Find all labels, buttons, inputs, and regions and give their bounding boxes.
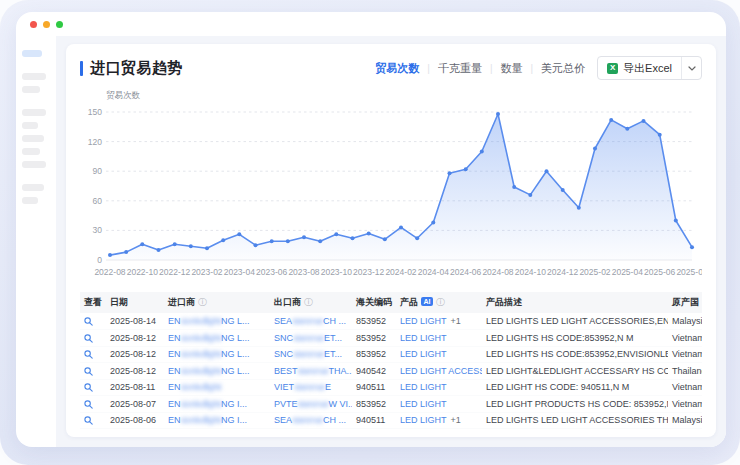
product-tag[interactable]: LED LIGHT xyxy=(400,415,447,425)
trend-line-chart[interactable]: 03060901201502022-082022-102022-122023-0… xyxy=(80,102,702,286)
redacted-text: sionledlighti xyxy=(181,349,222,359)
tab-metric-2[interactable]: 数量 xyxy=(500,61,522,76)
origin-country-cell: Vietnam xyxy=(668,330,702,347)
search-icon xyxy=(84,382,93,392)
origin-country-cell: Malaysia xyxy=(668,412,702,429)
svg-text:2025-06: 2025-06 xyxy=(644,267,675,277)
tab-divider: | xyxy=(427,63,430,74)
sidebar-item-placeholder[interactable] xyxy=(22,86,40,93)
view-detail-button[interactable] xyxy=(80,396,106,413)
origin-country-cell: Vietnam xyxy=(668,396,702,413)
date-cell: 2025-08-12 xyxy=(106,330,164,347)
card-header: 进口贸易趋势 贸易次数|千克重量|数量|美元总价 X 导出Excel xyxy=(80,54,702,82)
svg-text:2024-10: 2024-10 xyxy=(515,267,546,277)
exporter-link[interactable]: SNCstarsmarET... xyxy=(270,346,352,363)
product-cell: LED LIGHT xyxy=(396,346,482,363)
date-cell: 2025-08-06 xyxy=(106,412,164,429)
table-row: 2025-08-12ENsionledlightiNG L...BESTstar… xyxy=(80,363,702,380)
redacted-text: starsmar xyxy=(292,415,323,425)
view-detail-button[interactable] xyxy=(80,363,106,380)
view-detail-button[interactable] xyxy=(80,313,106,330)
svg-text:2023-12: 2023-12 xyxy=(353,267,384,277)
svg-text:2023-08: 2023-08 xyxy=(288,267,319,277)
svg-text:2023-02: 2023-02 xyxy=(191,267,222,277)
table-body: 2025-08-14ENsionledlightiNG L...SEAstars… xyxy=(80,313,702,429)
sidebar-item-active[interactable] xyxy=(22,50,42,57)
sidebar-item-placeholder[interactable] xyxy=(22,135,44,142)
tab-metric-0[interactable]: 贸易次数 xyxy=(375,61,419,76)
product-cell: LED LIGHT ACCESSORY xyxy=(396,363,482,380)
exporter-link[interactable]: SEAstarsmarCH ... xyxy=(270,313,352,330)
export-excel-button[interactable]: X 导出Excel xyxy=(598,57,681,79)
svg-text:120: 120 xyxy=(88,137,102,147)
info-icon: ⓘ xyxy=(436,297,445,307)
tab-divider: | xyxy=(530,63,533,74)
importer-link[interactable]: ENsionledlightiNG L... xyxy=(164,313,270,330)
more-products-badge[interactable]: +1 xyxy=(451,415,461,425)
zoom-button[interactable] xyxy=(56,21,63,28)
sidebar-item-placeholder[interactable] xyxy=(22,73,46,80)
search-icon xyxy=(84,415,93,425)
redacted-text: starsmar xyxy=(298,366,329,376)
redacted-text: starsmar xyxy=(292,316,323,326)
view-detail-button[interactable] xyxy=(80,412,106,429)
product-tag[interactable]: LED LIGHT xyxy=(400,316,447,326)
product-tag[interactable]: LED LIGHT xyxy=(400,382,447,392)
sidebar-item-placeholder[interactable] xyxy=(22,109,46,116)
chart-y-axis-title: 贸易次数 xyxy=(106,90,702,102)
more-products-badge[interactable]: +1 xyxy=(451,316,461,326)
svg-text:2022-12: 2022-12 xyxy=(159,267,190,277)
importer-link[interactable]: ENsionledlightiNG L... xyxy=(164,346,270,363)
hs-code-cell: 940511 xyxy=(352,412,396,429)
sidebar-item-placeholder[interactable] xyxy=(22,122,38,129)
sidebar-item-placeholder[interactable] xyxy=(22,148,40,155)
product-tag[interactable]: LED LIGHT ACCESSORY xyxy=(400,366,482,376)
importer-link[interactable]: ENsionledlightiNG L... xyxy=(164,363,270,380)
svg-text:2023-06: 2023-06 xyxy=(256,267,287,277)
tab-metric-3[interactable]: 美元总价 xyxy=(541,61,585,76)
exporter-link[interactable]: SEAstarsmarCH ... xyxy=(270,412,352,429)
product-tag[interactable]: LED LIGHT xyxy=(400,333,447,343)
origin-country-cell: Vietnam xyxy=(668,346,702,363)
product-tag[interactable]: LED LIGHT xyxy=(400,349,447,359)
info-icon: ⓘ xyxy=(198,297,207,307)
svg-text:2025-08: 2025-08 xyxy=(676,267,702,277)
hs-code-cell: 940511 xyxy=(352,379,396,396)
origin-country-cell: Vietnam xyxy=(668,379,702,396)
main-panel: 进口贸易趋势 贸易次数|千克重量|数量|美元总价 X 导出Excel xyxy=(56,36,726,447)
redacted-text: sionledlighti xyxy=(181,333,222,343)
view-detail-button[interactable] xyxy=(80,330,106,347)
importer-link[interactable]: ENsionledlighti xyxy=(164,379,270,396)
product-tag[interactable]: LED LIGHT xyxy=(400,399,447,409)
importer-link[interactable]: ENsionledlightiNG L... xyxy=(164,330,270,347)
exporter-link[interactable]: PVTEstarsmarW VI... xyxy=(270,396,352,413)
sidebar-item-placeholder[interactable] xyxy=(22,161,46,168)
sidebar-item-placeholder[interactable] xyxy=(22,197,38,204)
export-excel-label: 导出Excel xyxy=(623,61,672,76)
importer-link[interactable]: ENsionledlightiNG I... xyxy=(164,396,270,413)
product-cell: LED LIGHT+1 xyxy=(396,412,482,429)
origin-country-cell: Thailand xyxy=(668,363,702,380)
close-button[interactable] xyxy=(30,21,37,28)
tab-metric-1[interactable]: 千克重量 xyxy=(438,61,482,76)
column-header: 出口商ⓘ xyxy=(270,292,352,313)
redacted-text: starsmar xyxy=(298,399,329,409)
table-row: 2025-08-11ENsionledlightiVIETstarsmarE94… xyxy=(80,379,702,396)
importer-link[interactable]: ENsionledlightiNG I... xyxy=(164,412,270,429)
view-detail-button[interactable] xyxy=(80,379,106,396)
sidebar-item-placeholder[interactable] xyxy=(22,184,44,191)
svg-text:2024-12: 2024-12 xyxy=(547,267,578,277)
hs-code-cell: 853952 xyxy=(352,330,396,347)
view-detail-button[interactable] xyxy=(80,346,106,363)
exporter-link[interactable]: SNCstarsmarET... xyxy=(270,330,352,347)
table-row: 2025-08-14ENsionledlightiNG L...SEAstars… xyxy=(80,313,702,330)
exporter-link[interactable]: VIETstarsmarE xyxy=(270,379,352,396)
excel-icon: X xyxy=(607,63,618,74)
description-cell: LED LIGHTS HS CODE:853952,ENVISIONLED xyxy=(482,346,668,363)
export-dropdown-button[interactable] xyxy=(681,57,701,79)
exporter-link[interactable]: BESTstarsmarTHA... xyxy=(270,363,352,380)
title-accent-bar xyxy=(80,61,83,76)
product-cell: LED LIGHT xyxy=(396,396,482,413)
product-cell: LED LIGHT xyxy=(396,330,482,347)
minimize-button[interactable] xyxy=(43,21,50,28)
